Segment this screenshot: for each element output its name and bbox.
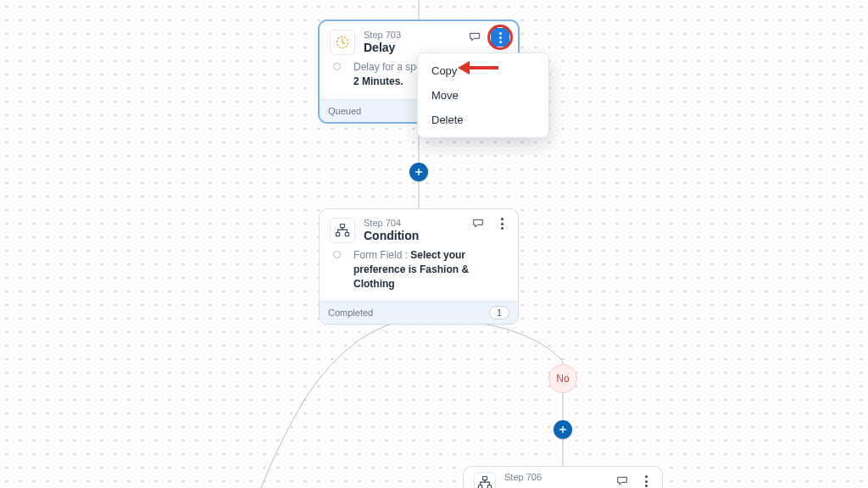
delay-icon [330, 30, 355, 55]
svg-rect-12 [479, 485, 482, 489]
step-id: Step 703 [364, 30, 401, 41]
more-menu-button[interactable] [638, 474, 654, 488]
step-title: Condition [364, 229, 419, 243]
footer-count: 1 [489, 306, 509, 319]
add-step-button[interactable] [409, 163, 428, 181]
body-prefix: Form Field : [353, 249, 410, 261]
context-menu: Copy Move Delete [417, 53, 549, 138]
comment-icon[interactable] [467, 30, 482, 45]
comment-icon[interactable] [470, 216, 486, 231]
more-menu-button[interactable] [494, 216, 509, 231]
footer-status: Completed [328, 308, 373, 318]
footer-status: Queued [328, 106, 361, 116]
svg-rect-13 [487, 485, 491, 489]
step-title: Delay [364, 41, 401, 55]
node-condition[interactable]: Step 704 Condition Form Field : Select y… [319, 208, 519, 324]
step-id: Step 706 [504, 472, 542, 483]
svg-rect-8 [345, 233, 348, 236]
svg-rect-11 [483, 477, 487, 480]
menu-item-delete[interactable]: Delete [418, 108, 548, 132]
add-step-button-branch[interactable] [554, 420, 572, 439]
svg-rect-6 [341, 225, 345, 228]
more-menu-button[interactable] [491, 28, 509, 47]
branch-label-no: No [548, 364, 577, 393]
condition-icon [330, 218, 355, 243]
condition-icon [474, 472, 496, 488]
menu-item-copy[interactable]: Copy [418, 58, 548, 83]
comment-icon[interactable] [615, 474, 630, 488]
menu-item-move[interactable]: Move [418, 83, 548, 108]
bullet-icon [333, 251, 341, 258]
svg-rect-7 [337, 233, 340, 236]
bullet-icon [333, 63, 341, 70]
step-id: Step 704 [364, 218, 419, 229]
node-peek[interactable]: Step 706 [463, 466, 663, 488]
